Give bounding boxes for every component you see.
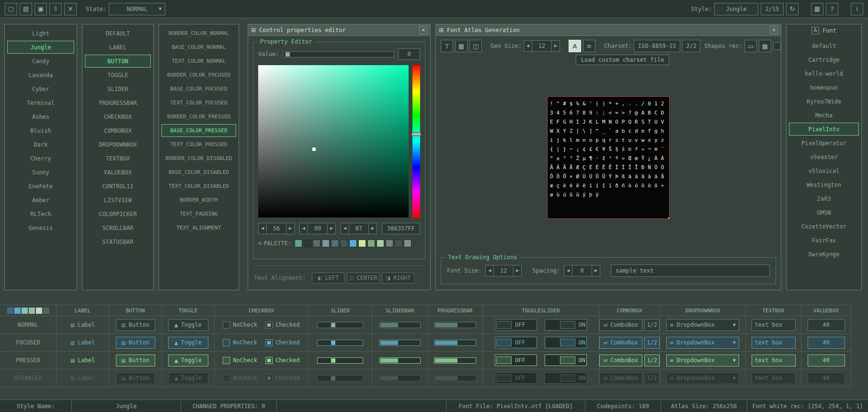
demo-valuebox[interactable]: 40 <box>808 372 845 384</box>
demo-sliderbar[interactable] <box>379 340 421 346</box>
close-icon[interactable]: × <box>770 26 778 34</box>
palette-swatch[interactable] <box>331 240 339 247</box>
spinner-left-icon[interactable]: ◀ <box>564 265 572 276</box>
palette-swatch[interactable] <box>322 240 330 247</box>
demo-toggle[interactable]: ▲ Toggle <box>168 372 208 384</box>
control-list-item[interactable]: DROPDOWNBOX <box>85 138 151 151</box>
property-list-item[interactable]: TEXT_COLOR_FOCUSED <box>161 96 236 109</box>
toggleslider-handle[interactable] <box>560 339 575 346</box>
demo-checkbox-unchecked[interactable]: NoCheck <box>223 357 257 364</box>
property-list-item[interactable]: TEXT_COLOR_DISABLED <box>161 180 236 193</box>
palette-swatch[interactable] <box>377 240 384 247</box>
demo-dropdownbox[interactable]: ≡ DropdownBox ▼ <box>666 337 739 349</box>
control-list-item[interactable]: TEXTBOX <box>85 152 151 165</box>
demo-button[interactable]: ▤ Button <box>116 319 155 331</box>
demo-toggle[interactable]: ▲ Toggle <box>168 355 208 366</box>
spinner-right-icon[interactable]: ▶ <box>513 265 522 276</box>
property-list-item[interactable]: TEXT_COLOR_PRESSED <box>161 138 236 151</box>
blue-value[interactable]: 87 <box>349 223 368 234</box>
spinner-right-icon[interactable]: ▶ <box>327 223 336 234</box>
font-list-item[interactable]: Kyrou7Wide <box>789 95 859 108</box>
red-value[interactable]: 56 <box>267 223 286 234</box>
demo-button[interactable]: ▤ Button <box>116 355 155 366</box>
demo-button[interactable]: ▤ Button <box>116 337 155 349</box>
style-list-item[interactable]: Ashes <box>7 110 74 123</box>
font-list-item[interactable]: v5easter <box>789 150 859 163</box>
font-list-item[interactable]: CozetteVector <box>789 220 859 233</box>
style-list-item[interactable]: Jungle <box>7 41 74 54</box>
toggleslider-handle[interactable] <box>560 374 575 382</box>
style-list-item[interactable]: Amber <box>7 194 74 206</box>
demo-sliderbar[interactable] <box>379 322 421 328</box>
slider-handle[interactable] <box>331 341 335 345</box>
demo-toggleslider-on[interactable]: ON <box>545 337 587 348</box>
control-list-item[interactable]: STATUSBAR <box>85 235 151 248</box>
demo-toggle[interactable]: ▲ Toggle <box>168 319 208 331</box>
charset-value-box[interactable]: ISO-8859-15 <box>634 40 680 52</box>
property-list-item[interactable]: TEXT_COLOR_NORMAL <box>161 55 236 68</box>
property-list-item[interactable]: TEXT_PADDING <box>161 207 236 220</box>
demo-toggleslider-off[interactable]: OFF <box>495 337 537 348</box>
shapes-fill-button[interactable]: ▩ <box>759 40 771 52</box>
spinner-right-icon[interactable]: ▶ <box>368 223 377 234</box>
charset-counter[interactable]: 2/2 <box>682 40 700 52</box>
control-list-item[interactable]: LISTVIEW <box>85 194 151 206</box>
value-slider[interactable] <box>283 51 394 57</box>
font-list-item[interactable]: Westington <box>789 178 859 191</box>
demo-dropdownbox[interactable]: ≡ DropdownBox ▼ <box>666 372 739 384</box>
palette-swatch[interactable] <box>404 240 411 247</box>
toggleslider-handle[interactable] <box>496 374 512 382</box>
font-list-item[interactable]: FairFax <box>789 234 859 247</box>
demo-sliderbar[interactable] <box>379 357 421 364</box>
atlas-view-button[interactable]: ▦ <box>455 40 468 52</box>
property-list-item[interactable]: BORDER_COLOR_NORMAL <box>161 27 236 40</box>
control-list-item[interactable]: CHECKBOX <box>85 110 151 123</box>
alignment-button[interactable]: ◧ LEFT <box>312 273 344 284</box>
spinner-right-icon[interactable]: ▶ <box>592 265 600 276</box>
demo-toggleslider-on[interactable]: ON <box>545 372 587 384</box>
demo-toggle[interactable]: ▲ Toggle <box>168 337 208 349</box>
control-list-item[interactable]: TOGGLE <box>85 69 151 81</box>
color-picker-cursor[interactable] <box>312 148 316 151</box>
close-icon[interactable]: × <box>419 26 427 34</box>
hue-handle[interactable] <box>411 132 421 136</box>
style-list-item[interactable]: Dark <box>7 138 74 151</box>
shapes-rec-button[interactable]: ▭ <box>744 40 757 52</box>
alignment-button[interactable]: ◨ RIGHT <box>382 273 414 284</box>
demo-dropdownbox[interactable]: ≡ DropdownBox ▼ <box>666 355 739 366</box>
font-list-item[interactable]: OwreKynge <box>789 248 859 261</box>
control-list-item[interactable]: BUTTON <box>85 55 151 68</box>
palette-swatch[interactable] <box>349 240 357 247</box>
palette-swatch[interactable] <box>340 240 348 247</box>
control-list-item[interactable]: PROGRESSBAR <box>85 96 151 109</box>
property-list-item[interactable]: BASE_COLOR_FOCUSED <box>161 82 236 95</box>
font-list-item[interactable]: 2a03 <box>789 192 859 205</box>
spinner-left-icon[interactable]: ◀ <box>341 223 349 234</box>
value-box[interactable]: 0 <box>398 48 420 60</box>
atlas-window-titlebar[interactable]: ⊞ Font Atlas Generation × <box>436 24 781 36</box>
slider-handle[interactable] <box>331 376 335 380</box>
toggleslider-handle[interactable] <box>560 356 575 364</box>
spinner-left-icon[interactable]: ◀ <box>485 265 494 276</box>
screenshot-button[interactable]: ▦ <box>811 3 823 15</box>
demo-slider[interactable] <box>317 340 363 346</box>
font-list-item[interactable]: homespun <box>789 81 859 94</box>
demo-checkbox-checked[interactable]: Checked <box>265 339 300 346</box>
demo-textbox[interactable]: text box <box>752 337 796 349</box>
palette-swatch[interactable] <box>367 240 375 247</box>
font-list-item[interactable]: PixelOperator <box>789 137 859 149</box>
demo-checkbox-unchecked[interactable]: NoCheck <box>223 339 257 346</box>
alignment-button[interactable]: ◫ CENTER <box>347 273 379 284</box>
demo-button[interactable]: ▤ Button <box>116 372 155 384</box>
hex-value-box[interactable]: 386357FF <box>382 223 420 234</box>
font-list-item[interactable]: GMSN <box>789 206 859 219</box>
style-list-item[interactable]: Bluish <box>7 124 74 137</box>
font-list-item[interactable]: hello-world <box>789 67 859 80</box>
demo-valuebox[interactable]: 40 <box>808 319 845 331</box>
palette-swatch[interactable] <box>395 240 402 247</box>
demo-textbox[interactable]: text box <box>752 355 796 366</box>
spinner-left-icon[interactable]: ◀ <box>524 40 532 52</box>
toggleslider-handle[interactable] <box>496 339 512 346</box>
font-list-item[interactable]: Mecha <box>789 109 859 122</box>
property-list-item[interactable]: TEXT_ALIGNMENT <box>161 221 236 234</box>
